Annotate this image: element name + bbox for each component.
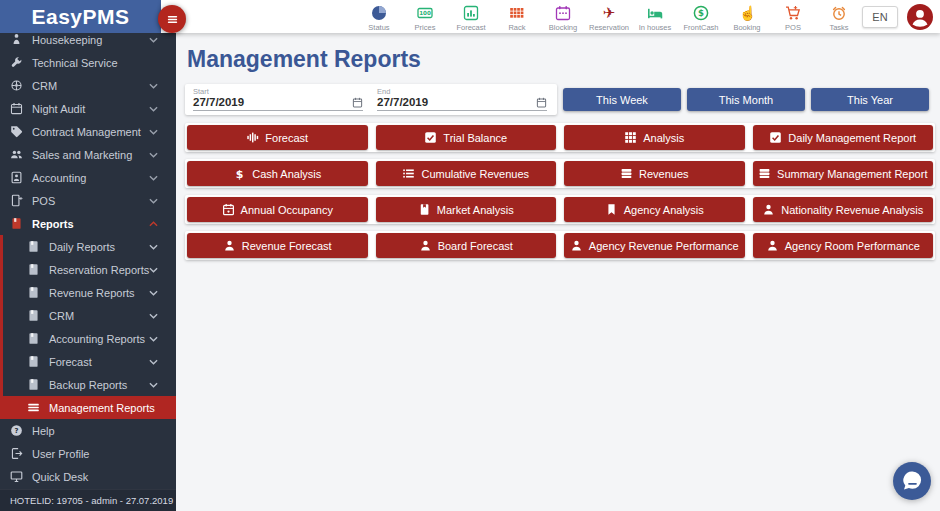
sidebar-item-label: Help <box>32 425 55 437</box>
toolbar-item-frontcash[interactable]: $FrontCash <box>678 2 724 32</box>
report-button-agency-room-performance[interactable]: Agency Room Performance <box>753 233 934 258</box>
sidebar-item-forecast[interactable]: Forecast <box>0 350 176 373</box>
sidebar: HousekeepingTechnical ServiceCRMNight Au… <box>0 33 176 511</box>
sidebar-item-daily-reports[interactable]: Daily Reports <box>0 235 176 258</box>
sidebar-item-contract-management[interactable]: Contract Management <box>0 120 176 143</box>
report-button-label: Revenue Forecast <box>242 240 332 252</box>
sidebar-item-crm[interactable]: CRM <box>0 304 176 327</box>
sidebar-item-quick-desk[interactable]: Quick Desk <box>0 465 176 488</box>
sidebar-item-housekeeping[interactable]: Housekeeping <box>0 33 176 51</box>
sidebar-item-label: Accounting Reports <box>49 333 145 345</box>
report-button-label: Forecast <box>265 132 308 144</box>
this-year-button[interactable]: This Year <box>811 88 929 111</box>
toolbar-item-blocking[interactable]: Blocking <box>540 2 586 32</box>
report-button-annual-occupancy[interactable]: Annual Occupancy <box>187 197 368 222</box>
report-button-nationality-revenue-analysis[interactable]: Nationality Revenue Analysis <box>753 197 934 222</box>
report-row: $Cash AnalysisCumulative RevenuesRevenue… <box>185 159 935 188</box>
book-icon <box>10 217 23 230</box>
report-button-summary-management-report[interactable]: Summary Management Report <box>753 161 934 186</box>
list-icon <box>402 167 415 180</box>
report-button-forecast[interactable]: Forecast <box>187 125 368 150</box>
start-date-value[interactable]: 27/7/2019 <box>193 96 244 108</box>
tag-icon <box>10 125 23 138</box>
report-button-market-analysis[interactable]: Market Analysis <box>376 197 557 222</box>
equalizer-icon <box>246 131 259 144</box>
sidebar-item-reports[interactable]: Reports <box>0 212 176 235</box>
sidebar-item-crm[interactable]: CRM <box>0 74 176 97</box>
report-button-cumulative-revenues[interactable]: Cumulative Revenues <box>376 161 557 186</box>
report-button-analysis[interactable]: Analysis <box>564 125 745 150</box>
exit-icon <box>10 447 23 460</box>
start-date-input[interactable]: Start 27/7/2019 <box>193 87 363 115</box>
sidebar-item-accounting[interactable]: Accounting <box>0 166 176 189</box>
sidebar-item-accounting-reports[interactable]: Accounting Reports <box>0 327 176 350</box>
sidebar-item-label: Technical Service <box>32 57 118 69</box>
report-button-agency-analysis[interactable]: Agency Analysis <box>564 197 745 222</box>
hamburger-menu-button[interactable] <box>158 5 186 33</box>
status-pie-icon <box>371 5 387 21</box>
blocking-calendar-icon <box>555 5 571 21</box>
toolbar-item-label: POS <box>785 23 801 32</box>
report-button-label: Revenues <box>639 168 689 180</box>
report-button-label: Cash Analysis <box>252 168 321 180</box>
report-button-label: Market Analysis <box>437 204 514 216</box>
rack-grid-icon <box>509 5 525 21</box>
chevron-up-icon <box>149 221 158 227</box>
brand-logo: EasyPMS <box>0 0 161 33</box>
sidebar-item-pos[interactable]: POS <box>0 189 176 212</box>
sidebar-item-backup-reports[interactable]: Backup Reports <box>0 373 176 396</box>
sidebar-item-help[interactable]: ?Help <box>0 419 176 442</box>
end-date-input[interactable]: End 27/7/2019 <box>377 87 547 115</box>
sidebar-nav: HousekeepingTechnical ServiceCRMNight Au… <box>0 33 176 489</box>
report-button-board-forecast[interactable]: Board Forecast <box>376 233 557 258</box>
calendar-day-icon <box>222 203 235 216</box>
app-window: EasyPMS Status100PricesForecastRackBlock… <box>0 0 940 511</box>
toolbar-item-booking[interactable]: ☝Booking <box>724 2 770 32</box>
user-avatar-button[interactable] <box>907 4 933 30</box>
sidebar-item-night-audit[interactable]: Night Audit <box>0 97 176 120</box>
sidebar-item-user-profile[interactable]: User Profile <box>0 442 176 465</box>
toolbar-item-label: In houses <box>639 23 672 32</box>
report-button-trial-balance[interactable]: Trial Balance <box>376 125 557 150</box>
report-button-label: Annual Occupancy <box>241 204 333 216</box>
end-date-value[interactable]: 27/7/2019 <box>377 96 428 108</box>
end-date-label: End <box>377 87 547 96</box>
this-week-button[interactable]: This Week <box>563 88 681 111</box>
toolbar-item-rack[interactable]: Rack <box>494 2 540 32</box>
chevron-down-icon <box>149 175 158 181</box>
toolbar-item-reservation[interactable]: ✈Reservation <box>586 2 632 32</box>
book-icon <box>27 263 40 276</box>
sidebar-item-revenue-reports[interactable]: Revenue Reports <box>0 281 176 304</box>
chevron-down-icon <box>149 290 158 296</box>
report-button-agency-revenue-performance[interactable]: Agency Revenue Performance <box>564 233 745 258</box>
toolbar-item-status[interactable]: Status <box>356 2 402 32</box>
bookmark-book-icon <box>418 203 431 216</box>
checkbox-icon <box>769 131 782 144</box>
frontcash-dollar-icon: $ <box>693 5 709 21</box>
report-button-label: Nationality Revenue Analysis <box>781 204 923 216</box>
toolbar-item-in-houses[interactable]: In houses <box>632 2 678 32</box>
start-datepicker-icon[interactable] <box>352 97 363 108</box>
toolbar-item-pos[interactable]: POS <box>770 2 816 32</box>
report-button-revenues[interactable]: Revenues <box>564 161 745 186</box>
toolbar-item-tasks[interactable]: Tasks <box>816 2 862 32</box>
hamburger-icon <box>165 12 180 27</box>
toolbar-item-prices[interactable]: 100Prices <box>402 2 448 32</box>
chat-button[interactable] <box>893 462 931 500</box>
sidebar-item-management-reports[interactable]: Management Reports <box>0 396 176 419</box>
sidebar-item-sales-and-marketing[interactable]: Sales and Marketing <box>0 143 176 166</box>
book-icon <box>27 309 40 322</box>
report-button-daily-management-report[interactable]: Daily Management Report <box>753 125 934 150</box>
report-button-cash-analysis[interactable]: $Cash Analysis <box>187 161 368 186</box>
sidebar-item-reservation-reports[interactable]: Reservation Reports <box>0 258 176 281</box>
toolbar-item-forecast[interactable]: Forecast <box>448 2 494 32</box>
book-icon <box>27 355 40 368</box>
sidebar-item-technical-service[interactable]: Technical Service <box>0 51 176 74</box>
language-button[interactable]: EN <box>862 6 898 28</box>
person-icon <box>223 239 236 252</box>
report-row: Annual OccupancyMarket AnalysisAgency An… <box>185 195 935 224</box>
report-button-revenue-forecast[interactable]: Revenue Forecast <box>187 233 368 258</box>
this-month-button[interactable]: This Month <box>687 88 805 111</box>
dollar-icon: $ <box>233 167 246 180</box>
end-datepicker-icon[interactable] <box>536 97 547 108</box>
